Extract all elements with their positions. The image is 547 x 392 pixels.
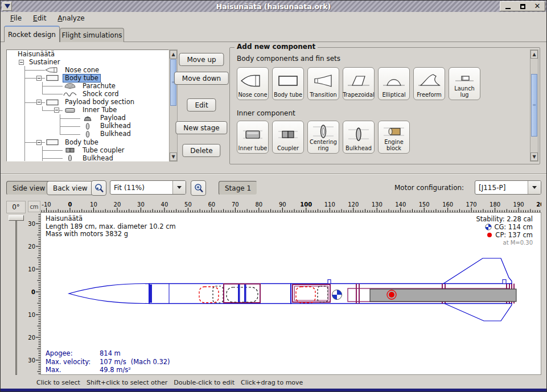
delete-button[interactable]: Delete xyxy=(182,144,220,157)
add-elliptical-button[interactable]: Elliptical xyxy=(378,67,410,100)
component-panel-scrollbar[interactable]: ▲ ≡ ▼ xyxy=(530,49,538,162)
add-body-tube-button[interactable]: Body tube xyxy=(272,67,304,100)
new-stage-button[interactable]: New stage xyxy=(175,121,227,134)
component-tree[interactable]: HaisunäätäSustainerNose coneBody tubePar… xyxy=(6,49,169,162)
tree-item[interactable]: Shock cord xyxy=(7,90,168,98)
scroll-up-icon[interactable]: ▲ xyxy=(530,50,538,59)
tab-flight-simulations[interactable]: Flight simulations xyxy=(60,28,124,42)
nose-cone-outline xyxy=(69,284,149,304)
add-engine-block-button[interactable]: Engine block xyxy=(378,121,410,154)
component-button-label: Engine block xyxy=(379,139,409,151)
tree-item[interactable]: Sustainer xyxy=(7,58,168,66)
tree-item[interactable]: Payload body section xyxy=(7,98,168,106)
add-trapezoidal-button[interactable]: Trapezoidal xyxy=(343,67,375,100)
inner-tube-icon xyxy=(63,106,81,114)
tree-item-label[interactable]: Payload body section xyxy=(63,98,136,106)
motor-configuration-label: Motor configuration: xyxy=(394,184,464,192)
tree-item[interactable]: Inner Tube xyxy=(7,106,168,114)
stability-info: Stability: 2.28 cal CG: 114 cm CP: 137 c… xyxy=(476,215,533,247)
back-view-button[interactable]: Back view xyxy=(47,181,94,195)
tree-item-label[interactable]: Body tube xyxy=(63,75,100,82)
menu-analyze[interactable]: Analyze xyxy=(52,13,89,23)
move-down-button[interactable]: Move down xyxy=(174,72,229,85)
rotation-slider-handle[interactable] xyxy=(9,215,24,221)
svg-text:10: 10 xyxy=(90,201,97,208)
maximize-button[interactable] xyxy=(516,2,529,10)
tree-item[interactable]: Body tube xyxy=(7,74,168,82)
tree-collapse-icon[interactable] xyxy=(36,100,42,105)
rotation-slider-track[interactable] xyxy=(15,218,17,375)
add-nose-cone-button[interactable]: Nose cone xyxy=(237,67,269,100)
edit-button[interactable]: Edit xyxy=(187,98,216,112)
add-coupler-button[interactable]: Coupler xyxy=(272,121,304,154)
svg-text:30: 30 xyxy=(137,201,145,208)
move-up-button[interactable]: Move up xyxy=(179,53,224,66)
tree-item-label[interactable]: Bulkhead xyxy=(98,130,133,138)
bulkhead-icon xyxy=(63,154,81,162)
menu-edit[interactable]: Edit xyxy=(28,13,51,23)
tree-collapse-icon[interactable] xyxy=(36,76,42,81)
tree-item[interactable]: Bulkhead xyxy=(7,130,168,138)
tree-item-label[interactable]: Sustainer xyxy=(27,59,61,66)
tree-item[interactable]: Haisunäätä xyxy=(7,50,168,58)
tree-item[interactable]: Parachute xyxy=(7,82,168,90)
scroll-up-icon[interactable]: ▲ xyxy=(170,50,177,59)
zoom-select[interactable]: Fit (11%) xyxy=(110,180,186,195)
tree-guide-line xyxy=(51,114,69,122)
tree-collapse-icon[interactable] xyxy=(19,60,24,65)
title-bar[interactable]: Haisunäätä (haisunaata.ork) ✕ xyxy=(1,1,546,12)
tree-collapse-icon[interactable] xyxy=(54,108,59,113)
transition-icon xyxy=(311,69,336,92)
add-inner-tube-button[interactable]: Inner tube xyxy=(237,121,269,154)
chevron-down-icon[interactable] xyxy=(528,181,541,194)
tab-rocket-design[interactable]: Rocket design xyxy=(4,26,60,42)
tree-scrollbar[interactable]: ▲ ≡ ▼ xyxy=(169,49,178,162)
stage-1-toggle[interactable]: Stage 1 xyxy=(219,181,257,195)
scroll-down-icon[interactable]: ▼ xyxy=(530,152,538,161)
add-centering-ring-button[interactable]: Centering ring xyxy=(307,121,339,154)
tree-guide-line xyxy=(16,138,34,146)
tree-guide-line xyxy=(16,154,34,162)
tree-item[interactable]: Bulkhead xyxy=(7,154,168,162)
tree-collapse-icon[interactable] xyxy=(36,140,42,145)
scroll-down-icon[interactable]: ▼ xyxy=(170,152,177,161)
tree-item-label[interactable]: Tube coupler xyxy=(81,147,126,154)
tree-item-label[interactable]: Inner Tube xyxy=(81,106,118,114)
add-launch-lug-button[interactable]: Launch lug xyxy=(449,67,480,100)
svg-text:170: 170 xyxy=(466,201,477,208)
menu-file[interactable]: File xyxy=(5,13,27,23)
zoom-out-button[interactable] xyxy=(91,180,106,196)
chevron-down-icon[interactable] xyxy=(172,181,186,194)
tree-item[interactable]: Bulkhead xyxy=(7,122,168,130)
add-bulkhead-button[interactable]: Bulkhead xyxy=(343,121,375,154)
tree-item-label[interactable]: Bulkhead xyxy=(98,122,133,130)
tree-item-label[interactable]: Parachute xyxy=(81,82,117,90)
body-tube-1 xyxy=(149,284,291,304)
close-button[interactable]: ✕ xyxy=(530,2,544,10)
zoom-in-button[interactable] xyxy=(191,180,206,196)
menu-bar: File Edit Analyze xyxy=(1,12,546,24)
rocket-canvas[interactable]: Haisunäätä Length 189 cm, max. diameter … xyxy=(40,212,541,375)
tree-item-label[interactable]: Shock cord xyxy=(81,90,120,98)
tree-item[interactable]: Nose cone xyxy=(7,66,168,74)
add-transition-button[interactable]: Transition xyxy=(307,67,339,100)
inner-tube-icon xyxy=(240,123,265,146)
tree-item-label[interactable]: Payload xyxy=(98,114,128,122)
tree-item[interactable]: Body tube xyxy=(7,138,168,146)
component-scrollbar-thumb[interactable]: ≡ xyxy=(531,74,537,137)
tree-item[interactable]: Payload xyxy=(7,114,168,122)
minimize-button[interactable] xyxy=(501,2,515,10)
tree-item-label[interactable]: Haisunäätä xyxy=(16,51,56,58)
tree-guide-line xyxy=(16,130,34,138)
tree-item-label[interactable]: Bulkhead xyxy=(81,155,115,162)
component-button-label: Launch lug xyxy=(450,86,479,98)
motor-configuration-select[interactable]: [J115-P] xyxy=(475,180,541,195)
tree-guide-line xyxy=(34,130,51,138)
tree-item-label[interactable]: Body tube xyxy=(63,139,100,146)
side-view-button[interactable]: Side view xyxy=(6,181,51,195)
add-freeform-button[interactable]: Freeform xyxy=(413,67,445,100)
body-components-row: Nose coneBody tubeTransitionTrapezoidalE… xyxy=(237,67,480,100)
tree-guide-line xyxy=(16,90,34,98)
tree-item-label[interactable]: Nose cone xyxy=(63,67,101,74)
tree-item[interactable]: Tube coupler xyxy=(7,146,168,154)
